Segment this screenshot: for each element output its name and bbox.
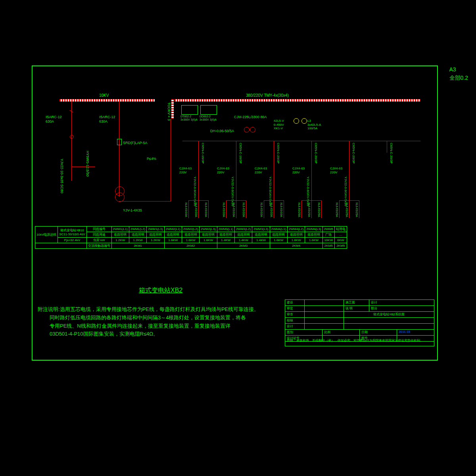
cable1: YJV22-10-3x35 SC80: [60, 159, 64, 193]
meter-box-1: [181, 105, 198, 115]
bus-vert-label: TOOKV×3: [167, 102, 171, 121]
xfmr-icon-2: [115, 192, 125, 202]
m2: DD862-23x380V 3(6)A: [200, 115, 217, 122]
title-block: 建设施工图设计审定说 明部分审查箱式变电站XB2系统图校核设计图别比例日期201…: [285, 299, 434, 346]
notes-block: 附注说明:选用五芯电缆，采用专用接地芯作为PE线，每盏路灯灯杆及灯具均须与PE线…: [38, 305, 315, 338]
cable2: YJV-1-4X35: [123, 208, 142, 213]
cjm: CJM-225L/3300 80A: [234, 115, 267, 119]
line-xfmr-out: [119, 201, 171, 202]
ammeter-icon: [301, 118, 307, 124]
page-scale: 全部0.2: [449, 74, 468, 82]
busbar-vert: [171, 99, 174, 119]
isarc1: ISARC-12630A: [46, 115, 62, 124]
m1: DT862-23x380V 3(6)A: [180, 115, 198, 122]
line-lv-up: [171, 119, 171, 202]
bus-right-label: 380/220V TMY-4x(30x4): [246, 93, 289, 98]
meter-box-2: [200, 105, 217, 115]
note-2: 同时路灯低压电缆回路的各路灯终端和中间间隔3～4根路灯处，设置复接地装置，将各: [38, 314, 315, 322]
arrester: HY5WS-12.5/50: [85, 151, 90, 177]
line-incoming1: [71, 102, 72, 181]
busbar-10kv: [60, 99, 155, 102]
ct-icon-1: [244, 127, 250, 132]
meter-icon: [70, 135, 74, 139]
dh: DH-0.06-50/5A: [210, 129, 234, 133]
note-1: 附注说明:选用五芯电缆，采用专用接地芯作为PE线，每盏路灯灯杆及灯具均须与PE线…: [38, 305, 315, 314]
voltmeter-icon: [294, 118, 299, 124]
drawing-title: 箱式变电站XB2: [139, 286, 182, 295]
amp: L33x42L5-A100/5A: [307, 119, 321, 131]
bus-left-label: 10KV: [99, 93, 109, 98]
busbar-380v: [175, 99, 420, 102]
lap-box: [117, 139, 122, 145]
protect: P≤4%: [147, 157, 156, 161]
note-3: 专用PE线、N线和路灯金属件均连接起来，接至重复接地装置，重复接地装置详: [38, 322, 315, 330]
sec-bus: [182, 141, 420, 141]
page-info: A3 全部0.2: [449, 65, 468, 82]
note-4: 03D501-4-P10国际图集安装，实测电阻R≤4Ω。: [38, 330, 315, 338]
line-arrester: [71, 167, 95, 167]
volt: 42L5-V0-450VXK1-V: [274, 119, 284, 131]
cad-canvas: A3 全部0.2 10KV 380/220V TMY-4x(30x4) TOOK…: [0, 0, 476, 476]
isarc2: ISARC-12630A: [99, 115, 115, 124]
page-label: A3: [449, 65, 468, 74]
circuit-table: 10kV电源进线箱式变电站XB10SC11-50/10/0.4kV回路编号2WM…: [35, 226, 347, 249]
lap: SRD(F)LAP-5A: [123, 141, 148, 145]
ct-icon-2: [250, 127, 255, 132]
line-incoming2: [119, 102, 119, 197]
